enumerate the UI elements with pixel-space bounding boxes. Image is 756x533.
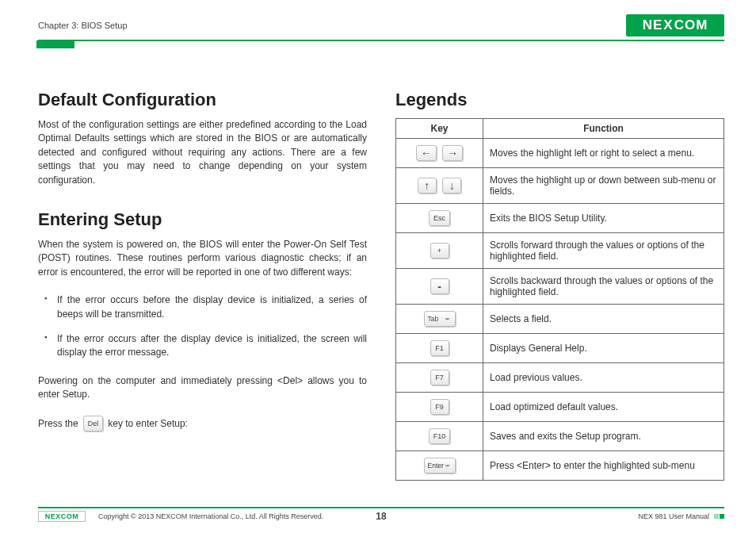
footer: NEXCOM Copyright © 2013 NEXCOM Internati… <box>38 507 724 522</box>
minus-key-icon: - <box>430 278 449 294</box>
table-row: Tab Selects a field. <box>396 305 724 334</box>
key-cell: Tab <box>396 305 483 334</box>
copyright-text: Copyright © 2013 NEXCOM International Co… <box>98 512 323 520</box>
func-cell: Press <Enter> to enter the highlighted s… <box>483 451 724 481</box>
para-default-config: Most of the configuration settings are e… <box>38 118 367 187</box>
func-cell: Exits the BIOS Setup Utility. <box>483 204 724 233</box>
manual-name: NEX 981 User Manual <box>638 512 709 520</box>
key-cell: Esc <box>396 204 483 233</box>
press-del-suffix: key to enter Setup: <box>108 418 188 429</box>
del-key-icon: Del <box>83 416 104 431</box>
f7-key-icon: F7 <box>430 370 449 385</box>
arrow-up-key-icon: ↑ <box>418 178 437 194</box>
bullet-beeps: If the error occurs before the display d… <box>44 293 367 321</box>
table-row: - Scrolls backward through the values or… <box>396 269 724 305</box>
esc-key-icon: Esc <box>429 210 450 226</box>
error-bullets: If the error occurs before the display d… <box>44 293 367 360</box>
table-row: F1 Displays General Help. <box>396 334 724 363</box>
func-cell: Displays General Help. <box>483 334 724 363</box>
table-row: Esc Exits the BIOS Setup Utility. <box>396 204 724 233</box>
func-cell: Scrolls forward through the values or op… <box>483 233 724 269</box>
footer-logo: NEXCOM <box>38 511 86 522</box>
bullet-screen: If the error occurs after the display de… <box>44 332 367 360</box>
key-cell: Enter <box>396 451 483 481</box>
table-row: F10 Saves and exits the Setup program. <box>396 422 724 451</box>
header-bar: Chapter 3: BIOS Setup NEXCOM <box>38 14 724 41</box>
table-row: Enter Press <Enter> to enter the highlig… <box>396 451 724 481</box>
table-row: ↑ ↓ Moves the highlight up or down betwe… <box>396 168 724 204</box>
left-column: Default Configuration Most of the config… <box>38 90 367 481</box>
func-cell: Moves the highlight left or right to sel… <box>483 139 724 168</box>
th-function: Function <box>483 119 724 139</box>
content-columns: Default Configuration Most of the config… <box>38 90 724 481</box>
func-cell: Saves and exits the Setup program. <box>483 422 724 451</box>
key-cell: F7 <box>396 363 483 393</box>
key-cell: + <box>396 233 483 269</box>
press-del-prefix: Press the <box>38 418 78 429</box>
key-cell: F10 <box>396 422 483 451</box>
func-cell: Load optimized default values. <box>483 393 724 422</box>
press-del-line: Press the Del key to enter Setup: <box>38 416 367 431</box>
heading-legends: Legends <box>395 90 724 110</box>
f9-key-icon: F9 <box>430 399 449 415</box>
legend-table: Key Function ← → Moves the highlight lef… <box>395 118 724 481</box>
brand-logo: NEXCOM <box>626 14 724 36</box>
para-del-enter: Powering on the computer and immediately… <box>38 374 367 402</box>
key-cell: F1 <box>396 334 483 363</box>
arrow-down-key-icon: ↓ <box>442 178 461 194</box>
footer-squares-icon <box>714 514 724 519</box>
footer-rule <box>38 507 724 508</box>
func-cell: Load previous values. <box>483 363 724 393</box>
key-cell: ↑ ↓ <box>396 168 483 204</box>
table-row: ← → Moves the highlight left or right to… <box>396 139 724 168</box>
key-cell: F9 <box>396 393 483 422</box>
para-post-intro: When the system is powered on, the BIOS … <box>38 238 367 279</box>
arrow-right-key-icon: → <box>442 145 463 161</box>
heading-default-config: Default Configuration <box>38 90 367 110</box>
table-row: F9 Load optimized default values. <box>396 393 724 422</box>
f10-key-icon: F10 <box>429 428 451 444</box>
th-key: Key <box>396 119 483 139</box>
arrow-left-key-icon: ← <box>416 145 437 161</box>
f1-key-icon: F1 <box>430 340 449 356</box>
page-number: 18 <box>376 511 386 522</box>
tab-key-icon: Tab <box>424 311 456 327</box>
legend-body: ← → Moves the highlight left or right to… <box>396 139 724 481</box>
func-cell: Moves the highlight up or down between s… <box>483 168 724 204</box>
func-cell: Scrolls backward through the values or o… <box>483 269 724 305</box>
heading-entering-setup: Entering Setup <box>38 209 367 230</box>
func-cell: Selects a field. <box>483 305 724 334</box>
accent-tab <box>36 40 74 48</box>
chapter-label: Chapter 3: BIOS Setup <box>38 21 128 30</box>
right-column: Legends Key Function ← → Moves the highl… <box>395 90 724 481</box>
table-row: + Scrolls forward through the values or … <box>396 233 724 269</box>
key-cell: - <box>396 269 483 305</box>
key-cell: ← → <box>396 139 483 168</box>
table-row: F7 Load previous values. <box>396 363 724 393</box>
enter-key-icon: Enter <box>424 458 456 474</box>
plus-key-icon: + <box>430 243 449 259</box>
